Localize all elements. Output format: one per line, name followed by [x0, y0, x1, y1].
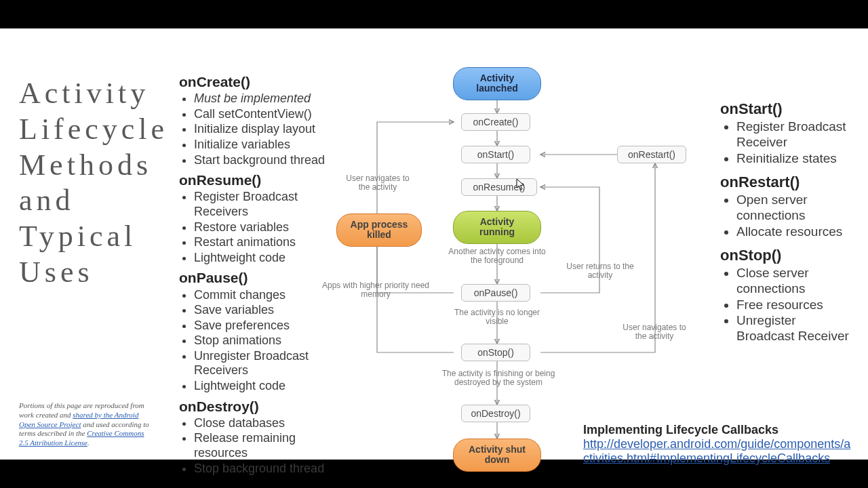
list-onRestart: Open server connections Allocate resourc… [720, 192, 856, 239]
list-item: Start background thread [194, 153, 335, 168]
node-activity-shutdown: Activity shut down [453, 439, 541, 472]
list-onStop: Close server connections Free resources … [720, 266, 856, 344]
slide-title: Activity Lifecycle Methods and Typical U… [19, 76, 161, 291]
node-activity-running: Activity running [453, 211, 541, 244]
reference-block: Implementing Lifecycle Callbacks http://… [583, 423, 854, 466]
list-item: Restart animations [194, 235, 335, 250]
list-onPause: Commit changes Save variables Save prefe… [179, 288, 335, 394]
list-item: Register Broadcast Receivers [194, 190, 335, 219]
list-item: Stop background thread [194, 462, 335, 476]
node-activity-launched: Activity launched [453, 67, 541, 100]
node-onDestroy: onDestroy() [461, 405, 530, 422]
heading-onResume: onResume() [179, 171, 335, 188]
attribution-text: Portions of this page are reproduced fro… [19, 401, 155, 448]
slide: Activity Lifecycle Methods and Typical U… [0, 28, 868, 460]
heading-onRestart: onRestart() [720, 174, 856, 191]
list-item: Restore variables [194, 220, 335, 235]
list-item: Save preferences [194, 319, 335, 333]
label-user-navigates-2: User navigates to the activity [617, 323, 692, 341]
heading-onStop: onStop() [720, 247, 856, 264]
list-item: Open server connections [736, 192, 856, 224]
list-item: Commit changes [194, 288, 335, 303]
reference-title: Implementing Lifecycle Callbacks [583, 423, 854, 437]
node-app-process-killed: App process killed [336, 214, 422, 247]
list-onDestroy: Close databases Release remaining resour… [179, 416, 335, 476]
list-onCreate: Must be implemented Call setContentView(… [179, 92, 335, 167]
heading-onPause: onPause() [179, 269, 335, 286]
video-frame: Activity Lifecycle Methods and Typical U… [0, 0, 868, 488]
list-item: Stop animations [194, 333, 335, 348]
list-item: Unregister Broadcast Receiver [736, 313, 856, 344]
node-onStop: onStop() [461, 344, 530, 361]
list-item: Initialize display layout [194, 122, 335, 137]
list-item: Close server connections [736, 266, 856, 297]
label-finishing: The activity is finishing or being destr… [434, 369, 563, 387]
list-item: Free resources [736, 298, 856, 313]
label-higher-priority: Apps with higher priority need memory [321, 281, 430, 299]
list-item: Lightweight code [194, 251, 335, 266]
list-item: Reinitialize states [736, 151, 856, 167]
label-no-longer-visible: The activity is no longer visible [453, 308, 541, 326]
right-column: onStart() Register Broadcast Receiver Re… [720, 95, 856, 351]
label-user-returns: User returns to the activity [563, 262, 637, 280]
list-item: Close databases [194, 416, 335, 431]
label-user-navigates: User navigates to the activity [340, 174, 415, 192]
list-item: Call setContentView() [194, 107, 335, 122]
list-item: Initialize variables [194, 138, 335, 152]
lifecycle-diagram: Activity launched onCreate() onStart() o… [326, 66, 705, 445]
heading-onDestroy: onDestroy() [179, 398, 335, 415]
list-item: Register Broadcast Receiver [736, 119, 856, 150]
node-onPause: onPause() [461, 284, 530, 302]
left-column: onCreate() Must be implemented Call setC… [179, 69, 335, 480]
list-onResume: Register Broadcast Receivers Restore var… [179, 190, 335, 265]
label-another-foreground: Another activity comes into the foregrou… [446, 247, 548, 265]
mouse-cursor-icon [516, 178, 526, 190]
heading-onCreate: onCreate() [179, 73, 335, 90]
link-reference-url[interactable]: http://developer.android.com/guide/compo… [583, 437, 850, 465]
node-onRestart: onRestart() [617, 146, 686, 163]
list-item: Allocate resources [736, 224, 856, 240]
heading-onStart: onStart() [720, 100, 856, 118]
list-item: Lightweight code [194, 379, 335, 394]
list-item: Unregister Broadcast Receivers [194, 349, 335, 378]
list-onStart: Register Broadcast Receiver Reinitialize… [720, 119, 856, 166]
list-item: Must be implemented [194, 92, 335, 106]
node-onCreate: onCreate() [461, 113, 530, 131]
node-onResume: onResume() [461, 178, 537, 196]
list-item: Release remaining resources [194, 431, 335, 460]
node-onStart: onStart() [461, 146, 530, 163]
list-item: Save variables [194, 303, 335, 318]
